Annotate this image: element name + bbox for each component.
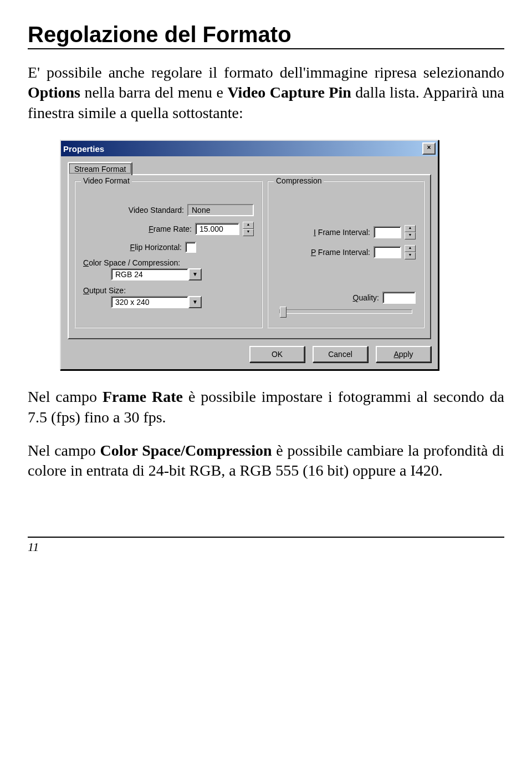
groupbox-video-format: Video Format Video Standard: None Frame … bbox=[74, 181, 263, 328]
spin-up-icon[interactable]: ▲ bbox=[405, 225, 416, 232]
paragraph-2: Nel campo Frame Rate è possibile imposta… bbox=[28, 387, 504, 427]
spin-down-icon[interactable]: ▼ bbox=[243, 229, 254, 236]
text-bold: Color Space/Compression bbox=[100, 442, 272, 459]
pframe-spinner[interactable]: ▲ ▼ bbox=[405, 245, 416, 259]
color-space-combo[interactable]: ▼ bbox=[111, 268, 202, 280]
text-bold: Options bbox=[28, 84, 80, 101]
quality-slider[interactable] bbox=[279, 309, 412, 314]
label-quality: Quality: bbox=[276, 293, 379, 302]
flip-horizontal-checkbox[interactable] bbox=[185, 242, 196, 253]
label-frame-rate: Frame Rate: bbox=[83, 225, 192, 233]
chevron-down-icon[interactable]: ▼ bbox=[188, 296, 202, 308]
group-legend: Compression bbox=[274, 176, 324, 185]
cancel-button[interactable]: Cancel bbox=[313, 346, 368, 363]
text-bold: Frame Rate bbox=[103, 388, 183, 405]
label-video-standard: Video Standard: bbox=[83, 206, 184, 215]
color-space-value[interactable] bbox=[111, 268, 188, 280]
video-standard-value: None bbox=[187, 204, 254, 216]
ok-button[interactable]: OK bbox=[249, 346, 305, 363]
tab-stream-format[interactable]: Stream Format bbox=[68, 162, 132, 175]
titlebar[interactable]: Properties × bbox=[61, 141, 438, 156]
iframe-interval-input[interactable] bbox=[374, 226, 401, 238]
spin-up-icon[interactable]: ▲ bbox=[243, 222, 254, 229]
label-pframe-interval: P Frame Interval: bbox=[276, 248, 370, 257]
text-bold: Video Capture Pin bbox=[227, 84, 351, 101]
frame-rate-input[interactable] bbox=[195, 223, 239, 235]
group-legend: Video Format bbox=[81, 176, 132, 185]
iframe-spinner[interactable]: ▲ ▼ bbox=[405, 225, 416, 239]
text: Nel campo bbox=[28, 388, 103, 405]
paragraph-1: E' possibile anche regolare il formato d… bbox=[28, 63, 504, 123]
properties-dialog: Properties × Stream Format Video Format … bbox=[60, 140, 439, 370]
text: E' possibile anche regolare il formato d… bbox=[28, 64, 504, 81]
dialog-title: Properties bbox=[63, 144, 104, 154]
paragraph-3: Nel campo Color Space/Compression è poss… bbox=[28, 441, 504, 481]
text: Nel campo bbox=[28, 442, 100, 459]
spin-down-icon[interactable]: ▼ bbox=[405, 232, 416, 239]
quality-input[interactable] bbox=[382, 292, 416, 304]
spin-up-icon[interactable]: ▲ bbox=[405, 245, 416, 252]
frame-rate-spinner[interactable]: ▲ ▼ bbox=[243, 222, 254, 236]
page-number: 11 bbox=[28, 540, 39, 554]
label-output-size: Output Size: bbox=[83, 286, 126, 295]
pframe-interval-input[interactable] bbox=[374, 246, 401, 258]
label-iframe-interval: I Frame Interval: bbox=[276, 228, 370, 237]
groupbox-compression: Compression I Frame Interval: ▲ ▼ P Fram… bbox=[267, 181, 424, 328]
label-flip-horizontal: Flip Horizontal: bbox=[83, 243, 182, 252]
label-color-space: Color Space / Compression: bbox=[83, 258, 180, 267]
text: nella barra del menu e bbox=[84, 84, 227, 101]
output-size-combo[interactable]: ▼ bbox=[111, 296, 202, 308]
slider-thumb[interactable] bbox=[280, 307, 287, 318]
output-size-value[interactable] bbox=[111, 296, 188, 308]
close-button[interactable]: × bbox=[422, 142, 436, 155]
spin-down-icon[interactable]: ▼ bbox=[405, 252, 416, 259]
apply-button[interactable]: Apply bbox=[376, 346, 431, 363]
page-footer: 11 bbox=[28, 537, 504, 554]
page-heading: Regolazione del Formato bbox=[28, 22, 504, 49]
chevron-down-icon[interactable]: ▼ bbox=[188, 268, 202, 280]
